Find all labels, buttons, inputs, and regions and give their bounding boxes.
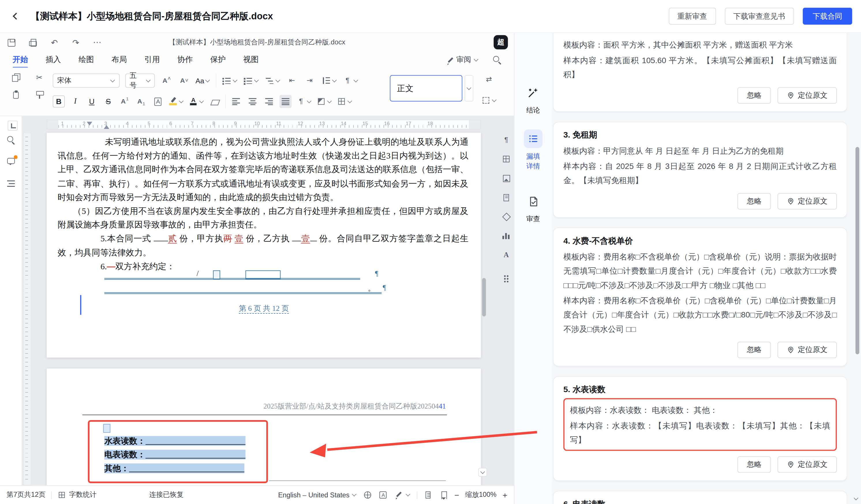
indent-marker[interactable] [87,122,92,125]
paragraph-copies[interactable]: 5.本合同一式 贰 份，甲方执两 壹 份，乙方执 壹 份。合同自甲乙双方签字盖章… [58,232,468,259]
line-spacing-button[interactable] [321,74,337,87]
rail-item-review[interactable]: 审查 [515,192,552,223]
water-meter-line[interactable]: 水表读数： [105,434,246,448]
locate-source-button[interactable]: 定位原文 [778,457,837,473]
borders-button[interactable] [337,95,353,108]
paragraph-communication[interactable]: 未写明通讯地址或联系信息的，视为公司营业执照法人或个人身份证上载明的地址及联系人… [58,135,468,204]
blank-fill-line-2[interactable] [105,285,382,294]
document-scrollbar-thumb[interactable] [482,278,486,316]
locate-source-button[interactable]: 定位原文 [778,193,837,210]
copy-icon[interactable] [11,72,20,82]
multilevel-list-button[interactable] [264,74,281,87]
first-line-indent-marker[interactable] [104,125,109,129]
paste-icon[interactable] [11,90,20,100]
more-options-icon[interactable] [92,38,102,47]
review-menu[interactable]: 审阅 [445,55,479,65]
download-opinion-button[interactable]: 下载审查意见书 [725,8,794,25]
wordart-icon[interactable] [501,250,511,260]
zoom-in-button[interactable]: + [503,490,507,499]
blank-underline[interactable] [146,437,245,445]
redo-icon[interactable] [71,38,81,47]
content-control-handle[interactable] [103,424,110,433]
align-justify-button[interactable] [279,95,292,108]
tab-layout[interactable]: 布局 [111,54,127,66]
find-replace-button[interactable] [483,73,495,86]
member-badge[interactable]: 超 [494,35,508,49]
electric-meter-line[interactable]: 电表读数： [105,448,246,462]
numbered-list-button[interactable] [243,74,259,87]
document-text[interactable]: 未写明通讯地址或联系信息的，视为公司营业执照法人或个人身份证上载明的地址及联系人… [58,135,468,273]
increase-indent-button[interactable] [303,74,316,87]
re-review-button[interactable]: 重新审查 [669,8,716,25]
ignore-button[interactable]: 忽略 [738,457,771,473]
character-border-button[interactable] [151,95,164,108]
tab-collaborate[interactable]: 协作 [177,54,193,66]
select-button[interactable] [481,94,497,107]
panel-scroll-down-icon[interactable] [854,496,859,501]
zoom-out-button[interactable]: − [454,490,459,499]
insert-chart-icon[interactable] [501,231,511,241]
other-meter-line[interactable]: 其他： [105,462,246,476]
italic-button[interactable]: I [69,95,81,108]
increase-font-button[interactable] [161,74,173,87]
undo-icon[interactable] [49,38,59,47]
strikethrough-button[interactable]: S [102,95,114,108]
paragraph-style-selector[interactable]: 正文 [390,75,462,101]
globe-icon[interactable] [363,490,372,499]
save-icon[interactable] [6,38,16,47]
find-icon[interactable] [6,135,16,145]
insert-note-icon[interactable] [501,193,511,202]
font-color-button[interactable] [188,95,204,108]
font-family-select[interactable]: 宋体 [53,73,120,88]
zoom-level[interactable]: 缩放100% [465,490,496,499]
change-case-button[interactable]: Aa [195,74,210,87]
underline-button[interactable]: U [86,95,98,108]
content-control-box-small[interactable] [213,270,220,279]
style-gallery-expand[interactable] [465,75,473,101]
back-button[interactable] [9,9,23,23]
locate-source-button[interactable]: 定位原文 [778,342,837,358]
subscript-button[interactable] [135,95,147,108]
proofing-language-icon[interactable] [379,490,388,499]
tab-protect[interactable]: 保护 [210,54,226,66]
paragraph-safety[interactable]: （5）因乙方使用不当在该房屋内发生安全事故的，由乙方自行处理并承担相应责任，但因… [58,204,468,232]
ignore-button[interactable]: 忽略 [738,342,771,358]
word-count-button[interactable]: 字数统计 [57,490,97,499]
tab-stop-selector[interactable] [8,121,18,130]
ignore-button[interactable]: 忽略 [738,87,771,103]
align-left-button[interactable] [230,95,242,108]
rail-item-conclusion[interactable]: 结论 [515,83,552,114]
blank-underline[interactable] [129,464,244,472]
read-mode-icon[interactable] [439,490,448,499]
superscript-button[interactable] [119,95,131,108]
paragraph-settings-button[interactable] [342,74,358,87]
align-center-button[interactable] [247,95,259,108]
document-page-7[interactable]: 2025版营业部/点/站及支持类房屋租赁合同乙种版20250441 水表读数： … [47,368,481,485]
bullet-list-button[interactable] [222,74,238,87]
format-painter-icon[interactable] [34,90,44,100]
print-icon[interactable] [28,38,38,47]
shading-button[interactable] [316,95,332,108]
highlight-color-button[interactable] [168,95,184,108]
tab-reference[interactable]: 引用 [144,54,161,66]
decrease-indent-button[interactable] [286,74,298,87]
rail-item-missing-details[interactable]: 漏填 详情 [515,129,552,171]
decrease-font-button[interactable] [178,74,190,87]
tab-draw[interactable]: 绘图 [78,54,94,66]
blank-fill-line-1[interactable]: / [105,271,360,280]
comments-icon[interactable] [6,157,16,167]
document-outline-icon[interactable] [6,179,16,188]
font-size-select[interactable]: 五号 [125,73,155,88]
spell-check-button[interactable] [394,490,411,499]
insert-table-icon[interactable] [501,154,511,164]
search-icon[interactable] [492,55,502,65]
next-page-button[interactable] [478,468,487,476]
align-right-button[interactable] [263,95,275,108]
tab-insert[interactable]: 插入 [45,54,62,66]
bold-button[interactable]: B [53,95,65,108]
ignore-button[interactable]: 忽略 [738,193,771,210]
cut-icon[interactable] [34,72,44,82]
document-page-6[interactable]: 未写明通讯地址或联系信息的，视为公司营业执照法人或个人身份证上载明的地址及联系人… [47,132,481,358]
tab-view[interactable]: 视图 [243,54,259,66]
tab-home[interactable]: 开始 [12,54,29,66]
